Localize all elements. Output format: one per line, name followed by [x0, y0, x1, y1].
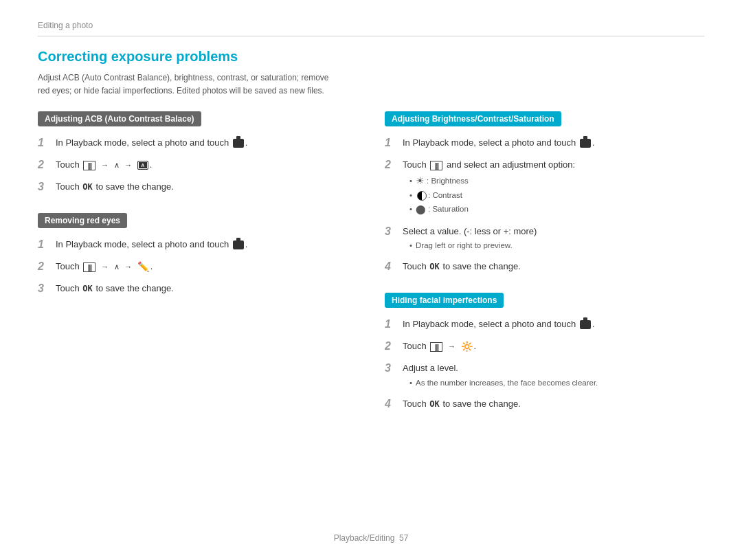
grid-icon-hiding: [430, 342, 442, 352]
hiding-step3-sub: As the number increases, the face become…: [403, 377, 704, 389]
camera-icon-hiding1: [580, 320, 591, 329]
brightness-icon: ☀: [416, 174, 425, 188]
grid-icon-redeye: [83, 262, 95, 272]
page-title: Correcting exposure problems: [38, 49, 704, 65]
camera-icon-acb1: [233, 139, 244, 148]
hiding-section: Hiding facial imperfections 1 In Playbac…: [385, 293, 704, 412]
brightness-step4: 4 Touch OK to save the change.: [385, 260, 704, 275]
camera-icon-bright1: [580, 139, 591, 148]
redeye-step2: 2 Touch → ∧ → ✏️.: [38, 260, 357, 275]
ok-icon-acb: OK: [82, 181, 92, 193]
brightness-section: Adjusting Brightness/Contrast/Saturation…: [385, 111, 704, 275]
brightness-step2: 2 Touch and select an adjustment option:…: [385, 158, 704, 217]
footer-text: Playback/Editing: [334, 533, 395, 543]
redeye-step1: 1 In Playback mode, select a photo and t…: [38, 238, 357, 253]
brightness-step1: 1 In Playback mode, select a photo and t…: [385, 136, 704, 151]
redeye-steps: 1 In Playback mode, select a photo and t…: [38, 238, 357, 297]
redeye-fix-icon: ✏️: [137, 261, 149, 272]
acb-header: Adjusting ACB (Auto Contrast Balace): [38, 111, 201, 126]
breadcrumb: Editing a photo: [38, 21, 704, 36]
ok-icon-hiding: OK: [429, 398, 439, 410]
intro-text: Adjust ACB (Auto Contrast Balance), brig…: [38, 71, 340, 98]
hiding-steps: 1 In Playback mode, select a photo and t…: [385, 317, 704, 412]
left-column: Adjusting ACB (Auto Contrast Balace) 1 I…: [38, 111, 357, 430]
acb-icon: A: [137, 161, 148, 170]
acb-step2: 2 Touch → ∧ → A .: [38, 158, 357, 173]
contrast-icon: [417, 191, 427, 201]
grid-icon-acb: [83, 161, 95, 170]
redeye-section: Removing red eyes 1 In Playback mode, se…: [38, 213, 357, 297]
grid-icon-bright: [430, 161, 442, 170]
brightness-header: Adjusting Brightness/Contrast/Saturation: [385, 111, 561, 126]
redeye-step3: 3 Touch OK to save the change.: [38, 282, 357, 297]
brightness-sub-bullets: ☀ : Brightness : Contrast ⬤ : Saturation: [403, 174, 704, 216]
hiding-step1: 1 In Playback mode, select a photo and t…: [385, 317, 704, 333]
redeye-header: Removing red eyes: [38, 213, 127, 228]
brightness-step3-sub: Drag left or right to preview.: [403, 240, 704, 251]
footer-page: 57: [399, 533, 408, 543]
footer: Playback/Editing 57: [0, 533, 742, 543]
brightness-steps: 1 In Playback mode, select a photo and t…: [385, 136, 704, 275]
acb-steps: 1 In Playback mode, select a photo and t…: [38, 136, 357, 195]
right-column: Adjusting Brightness/Contrast/Saturation…: [385, 111, 704, 430]
face-icon: 🔆: [461, 341, 473, 352]
brightness-step3: 3 Select a value. (-: less or +: more) D…: [385, 225, 704, 254]
page-container: Editing a photo Correcting exposure prob…: [0, 0, 742, 560]
hiding-step4: 4 Touch OK to save the change.: [385, 397, 704, 412]
hiding-step3: 3 Adjust a level. As the number increase…: [385, 361, 704, 390]
acb-step3: 3 Touch OK to save the change.: [38, 180, 357, 195]
hiding-header: Hiding facial imperfections: [385, 293, 504, 308]
saturation-icon: ⬤: [416, 203, 426, 216]
hiding-step2: 2 Touch → 🔆.: [385, 339, 704, 355]
camera-icon-redeye1: [233, 240, 244, 249]
two-column-layout: Adjusting ACB (Auto Contrast Balace) 1 I…: [38, 111, 704, 430]
ok-icon-bright: OK: [429, 260, 439, 273]
acb-section: Adjusting ACB (Auto Contrast Balace) 1 I…: [38, 111, 357, 195]
ok-icon-redeye: OK: [82, 282, 92, 295]
acb-step1: 1 In Playback mode, select a photo and t…: [38, 136, 357, 151]
